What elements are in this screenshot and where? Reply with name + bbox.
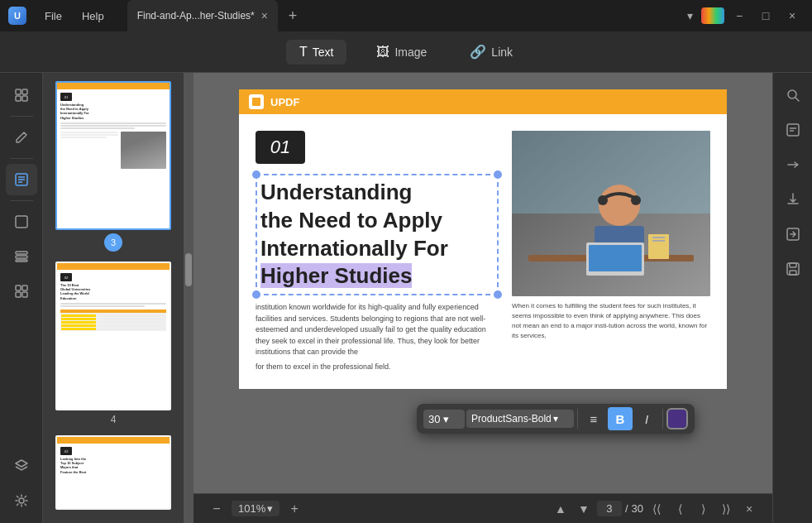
text-tool-btn[interactable]: T Text [286, 40, 346, 65]
prev-page-btn[interactable]: ⟨ [670, 499, 690, 519]
image-tool-btn[interactable]: 🖼 Image [363, 40, 440, 65]
sidebar-icon-forms[interactable] [6, 276, 37, 307]
active-tab[interactable]: Find-and-Ap...her-Studies* × [127, 0, 278, 31]
svg-rect-0 [16, 89, 21, 94]
pdf-body-text: institution known worldwide for its high… [256, 302, 499, 358]
tab-area: Find-and-Ap...her-Studies* × + [127, 0, 674, 31]
svg-rect-29 [652, 240, 665, 242]
pdf-content: UPDF 01 Understanding [239, 89, 727, 389]
svg-rect-11 [16, 260, 27, 262]
zoom-out-btn[interactable]: − [207, 499, 227, 519]
sidebar-icon-annotation[interactable] [6, 164, 37, 195]
page-number-input[interactable] [597, 501, 622, 516]
photo-caption: When it comes to fulfilling the student … [512, 301, 710, 341]
image-icon: 🖼 [376, 45, 389, 60]
new-tab-btn[interactable]: + [281, 4, 304, 27]
toolbar-divider-1 [577, 409, 578, 429]
pdf-logo-box-inner [252, 98, 260, 106]
close-btn[interactable]: × [781, 4, 804, 27]
pdf-main-content: 01 Understanding the Need to Apply Inter… [239, 114, 727, 389]
sidebar-icon-pages[interactable] [6, 79, 37, 111]
pdf-right-image: When it comes to fulfilling the student … [512, 131, 710, 372]
menu-help[interactable]: Help [74, 7, 112, 26]
font-size-select[interactable]: 30 ▾ [423, 410, 465, 429]
svg-rect-15 [22, 292, 27, 297]
title-bar-left: U File Help [0, 7, 121, 26]
pdf-page: UPDF 01 Understanding [193, 73, 772, 493]
svg-rect-8 [16, 216, 27, 228]
next-page-btn[interactable]: ⟩ [693, 499, 713, 519]
right-icon-export[interactable] [777, 184, 809, 215]
tab-title: Find-and-Ap...her-Studies* [137, 10, 255, 22]
menu-bar: File Help [36, 7, 112, 26]
pdf-logo-text: UPDF [270, 96, 299, 108]
italic-btn[interactable]: I [634, 407, 659, 430]
minimize-btn[interactable]: − [728, 4, 751, 27]
right-icon-save[interactable] [777, 253, 809, 285]
page-nav-up-btn[interactable]: ▲ [551, 499, 571, 519]
right-icon-share[interactable] [777, 218, 809, 250]
resize-handle-br[interactable] [494, 290, 502, 299]
maximize-btn[interactable]: □ [754, 4, 777, 27]
svg-rect-1 [22, 89, 27, 94]
svg-rect-38 [790, 271, 796, 275]
window-controls: ▾ − □ × [674, 4, 812, 27]
tab-close-btn[interactable]: × [261, 10, 268, 22]
app-logo: U [8, 7, 26, 25]
font-family-chevron: ▾ [553, 413, 558, 425]
svg-rect-14 [16, 292, 21, 297]
main-area: 01 Understandingthe Need to ApplyInterna… [0, 73, 812, 523]
thumbnail-item-4[interactable]: 02 The 10 BestGlobal UniversitiesLeading… [55, 262, 171, 425]
page-indicator: / 30 [597, 501, 643, 516]
thumbnail-image-3: 01 Understandingthe Need to ApplyInterna… [55, 81, 171, 230]
pdf-viewer: UPDF 01 Understanding [193, 73, 772, 523]
sidebar-icon-layers[interactable] [6, 450, 37, 482]
link-icon: 🔗 [470, 44, 486, 60]
scrollbar-thumb[interactable] [185, 253, 192, 286]
page-nav-down-btn[interactable]: ▼ [574, 499, 594, 519]
font-size-chevron: ▾ [443, 413, 449, 425]
sidebar-icon-settings[interactable] [6, 485, 37, 516]
resize-handle-bl[interactable] [252, 290, 260, 299]
dropdown-arrow[interactable]: ▾ [682, 6, 698, 26]
svg-rect-28 [652, 237, 665, 238]
right-icon-search[interactable] [777, 79, 809, 111]
thumbnail-item-3[interactable]: 01 Understandingthe Need to ApplyInterna… [55, 81, 171, 252]
scrollbar[interactable] [184, 73, 193, 523]
font-family-select[interactable]: ProductSans-Bold ▾ [466, 410, 574, 428]
pdf-logo-box [249, 94, 264, 109]
right-icon-convert[interactable] [777, 149, 809, 180]
page-total: 30 [632, 502, 643, 515]
first-page-btn[interactable]: ⟨⟨ [647, 499, 666, 519]
menu-file[interactable]: File [36, 7, 70, 26]
page-navigation: ▲ ▼ / 30 ⟨⟨ ⟨ ⟩ ⟩⟩ × [551, 499, 759, 519]
align-btn[interactable]: ≡ [581, 407, 606, 430]
link-tool-btn[interactable]: 🔗 Link [456, 39, 526, 65]
sidebar-icon-edit[interactable] [6, 122, 37, 153]
text-color-btn[interactable] [666, 408, 688, 429]
last-page-btn[interactable]: ⟩⟩ [716, 499, 736, 519]
thumbnail-item-5[interactable]: 03 Looking Into theTop 10 SubjectMajors … [55, 435, 171, 510]
text-label: Text [313, 46, 334, 59]
text-edit-box[interactable]: Understanding the Need to Apply Internat… [256, 174, 499, 295]
svg-line-31 [795, 98, 799, 101]
right-icon-ocr[interactable] [777, 114, 809, 146]
svg-rect-32 [787, 124, 799, 136]
sidebar-icon-organize[interactable] [6, 241, 37, 272]
svg-rect-36 [787, 263, 799, 275]
svg-rect-26 [589, 245, 642, 271]
close-nav-btn[interactable]: × [739, 499, 759, 519]
pdf-logo-bar: UPDF [239, 89, 727, 114]
zoom-controls: − 101% ▾ + [207, 499, 304, 519]
zoom-value[interactable]: 101% ▾ [232, 501, 279, 516]
updf-badge [701, 7, 724, 24]
svg-point-16 [19, 498, 24, 503]
bold-btn[interactable]: B [608, 407, 633, 430]
zoom-in-btn[interactable]: + [284, 499, 304, 519]
bottom-bar: − 101% ▾ + ▲ ▼ / 30 ⟨⟨ ⟨ ⟩ ⟩⟩ × [193, 493, 772, 523]
sidebar-icon-shapes[interactable] [6, 206, 37, 238]
logo-icon: U [8, 7, 26, 25]
pdf-left-content: 01 Understanding the Need to Apply Inter… [256, 131, 499, 372]
thumbnails-panel: 01 Understandingthe Need to ApplyInterna… [43, 73, 184, 523]
svg-rect-37 [790, 263, 796, 267]
